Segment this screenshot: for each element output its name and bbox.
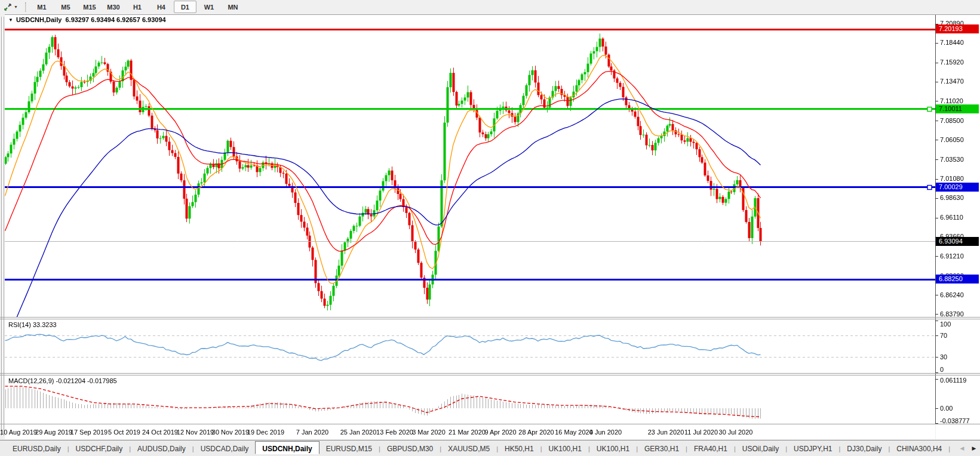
tab-uk100-h1[interactable]: UK100,H1 <box>590 442 636 455</box>
macd-axis-tick-label: 0.00 <box>940 405 953 412</box>
tab-usoil-daily[interactable]: USOil,Daily <box>736 442 785 455</box>
tab-scroll-right-icon[interactable]: ▶ <box>972 445 976 451</box>
price-badge-hline: 7.20193 <box>936 24 979 33</box>
price-axis-tick-label: 7.08500 <box>940 117 964 124</box>
price-axis-tick-label: 6.96110 <box>940 214 963 221</box>
rsi-axis-tick-label: 70 <box>940 332 947 339</box>
tab-gbpusd-m30[interactable]: GBPUSD,M30 <box>380 442 440 455</box>
date-axis-label: 19 Dec 2019 <box>247 429 284 436</box>
price-axis-tick-label: 7.01080 <box>940 175 964 182</box>
price-badge-hline: 7.00029 <box>936 183 979 192</box>
chart-canvas[interactable] <box>0 0 980 456</box>
date-axis-label: 7 Jan 2020 <box>296 429 328 436</box>
price-badge-hline: 7.10011 <box>936 104 979 113</box>
date-axis-label: 16 May 2020 <box>555 429 593 436</box>
date-axis-label: 30 Jul 2020 <box>719 429 753 436</box>
tab-audusd-daily[interactable]: AUDUSD,Daily <box>131 442 192 455</box>
chart-tab-bar: EURUSD,Daily|USDCHF,Daily|AUDUSD,Daily|U… <box>0 440 980 456</box>
macd-axis-tick-label: -0.038777 <box>940 417 970 424</box>
date-axis-label: 29 Aug 2019 <box>35 429 72 436</box>
macd-indicator-label: MACD(12,26,9) -0.021204 -0.017985 <box>8 377 117 384</box>
date-axis-label: 4 Jun 2020 <box>589 429 622 436</box>
price-badge-current: 6.93094 <box>936 237 979 246</box>
date-axis-label: 25 Jan 2020 <box>340 429 377 436</box>
chart-symbol-label: USDCNH,Daily <box>16 16 62 23</box>
date-axis-label: 12 Nov 2019 <box>177 429 214 436</box>
tab-eurusd-daily[interactable]: EURUSD,Daily <box>6 442 67 455</box>
date-axis-label: 5 Oct 2019 <box>108 429 140 436</box>
macd-axis-tick-label: 0.061119 <box>940 377 966 384</box>
date-axis-label: 21 Mar 2020 <box>448 429 486 436</box>
date-axis-label: 23 Jun 2020 <box>648 429 684 436</box>
rsi-axis-tick-label: 30 <box>940 353 947 361</box>
date-axis-label: 10 Aug 2019 <box>0 429 37 436</box>
tab-scroll-left-icon[interactable]: ◀ <box>960 445 964 451</box>
date-axis-label: 9 Apr 2020 <box>484 429 516 436</box>
chart-title: ▼USDCNH,Daily 6.93297 6.93494 6.92657 6.… <box>8 16 166 23</box>
price-axis-tick-label: 6.98630 <box>940 194 964 201</box>
tab-eurusd-m15[interactable]: EURUSD,M15 <box>320 442 379 455</box>
tab-china300-h4[interactable]: CHINA300,H4 <box>890 442 948 455</box>
date-axis-label: 24 Oct 2019 <box>142 429 178 436</box>
tab-usdjpy-h1[interactable]: USDJPY,H1 <box>787 442 838 455</box>
price-axis-tick-label: 6.86240 <box>940 291 964 298</box>
date-axis-label: 30 Nov 2019 <box>212 429 249 436</box>
price-axis-tick-label: 7.18440 <box>940 39 964 46</box>
price-axis-tick-label: 7.11020 <box>940 97 963 104</box>
price-badge-hline: 6.88250 <box>936 275 979 284</box>
date-axis-label: 17 Sep 2019 <box>70 429 107 436</box>
rsi-axis-tick-label: 100 <box>940 321 951 328</box>
date-axis-label: 28 Apr 2020 <box>518 429 554 436</box>
price-axis-tick-label: 7.13470 <box>940 78 964 85</box>
tab-hk50-h1[interactable]: HK50,H1 <box>498 442 540 455</box>
price-axis-tick-label: 7.06050 <box>940 136 964 143</box>
date-axis-label: 3 Mar 2020 <box>412 429 446 436</box>
chart-ohlc-values: 6.93297 6.93494 6.92657 6.93094 <box>65 16 165 23</box>
price-axis-tick-label: 7.03530 <box>940 156 964 163</box>
tab-ger30-h1[interactable]: GER30,H1 <box>638 442 686 455</box>
price-axis-tick-label: 6.83790 <box>940 310 964 318</box>
price-axis-tick-label: 7.15920 <box>940 58 964 66</box>
tab-uk100-h1[interactable]: UK100,H1 <box>542 442 588 455</box>
tab-xauusd-m5[interactable]: XAUUSD,M5 <box>441 442 496 455</box>
tab-scroll-arrows: ◀ ▶ <box>956 440 980 456</box>
rsi-axis-tick-label: 0 <box>940 366 944 373</box>
tab-fra40-h1[interactable]: FRA40,H1 <box>687 442 734 455</box>
tab-dj30-daily[interactable]: DJ30,Daily <box>840 442 888 455</box>
chart-title-caret-icon[interactable]: ▼ <box>8 17 13 23</box>
tab-usdcnh-daily[interactable]: USDCNH,Daily <box>255 441 319 454</box>
tab-usdcad-daily[interactable]: USDCAD,Daily <box>194 442 256 455</box>
price-axis-tick-label: 6.91210 <box>940 252 964 260</box>
date-axis-label: 13 Feb 2020 <box>376 429 413 436</box>
tab-usdchf-daily[interactable]: USDCHF,Daily <box>69 442 130 455</box>
rsi-indicator-label: RSI(14) 33.3233 <box>8 321 57 328</box>
date-axis-label: 11 Jul 2020 <box>684 429 718 436</box>
